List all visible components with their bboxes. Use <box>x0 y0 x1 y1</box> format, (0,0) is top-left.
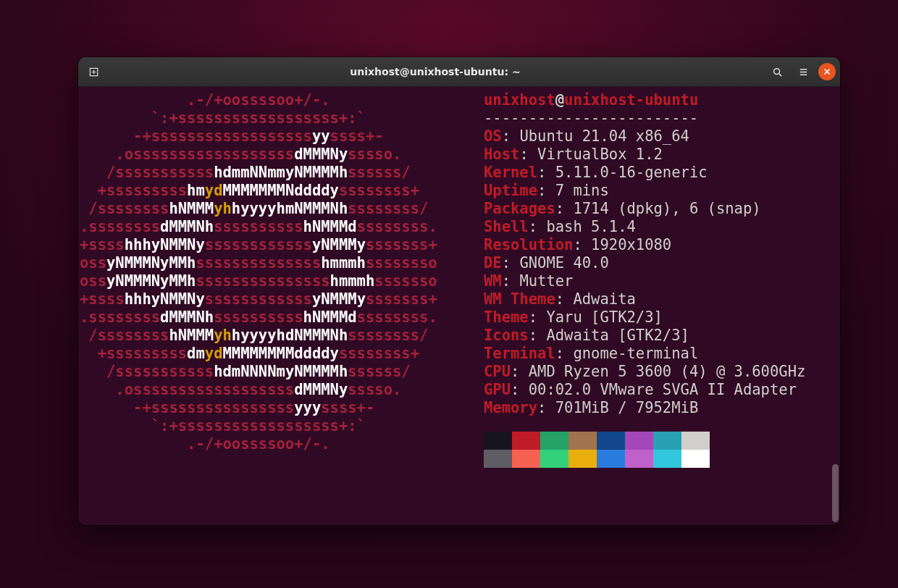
info-value: AMD Ryzen 5 3600 (4) @ 3.600GHz <box>529 363 806 380</box>
info-key: Terminal <box>484 345 555 362</box>
info-user: unixhost <box>484 91 555 109</box>
svg-line-4 <box>779 73 781 76</box>
terminal-body[interactable]: .-/+oossssoo+/-. `:+ssssssssssssssssss+:… <box>78 87 840 525</box>
info-key: Kernel <box>484 164 537 181</box>
search-icon <box>772 67 783 77</box>
palette-swatch <box>625 432 653 450</box>
info-value: 00:02.0 VMware SVGA II Adapter <box>529 381 797 398</box>
info-key: WM Theme <box>484 290 555 308</box>
palette-swatch <box>653 432 681 450</box>
info-at: @ <box>555 91 564 109</box>
info-value: Adwaita <box>573 290 635 308</box>
info-key: DE <box>484 254 502 272</box>
palette-swatch <box>540 432 568 450</box>
svg-point-3 <box>773 68 779 74</box>
palette-swatch <box>484 432 512 450</box>
info-key: Uptime <box>484 182 537 199</box>
hamburger-icon <box>798 67 809 77</box>
info-key: Host <box>484 146 519 163</box>
neofetch-ascii-logo: .-/+oossssoo+/-. `:+ssssssssssssssssss+:… <box>80 91 464 521</box>
palette-swatch <box>484 450 512 468</box>
info-key: Theme <box>484 308 529 326</box>
palette-swatch <box>681 450 710 468</box>
menu-button[interactable] <box>792 61 814 83</box>
palette-swatch <box>512 450 540 468</box>
search-button[interactable] <box>766 61 788 83</box>
palette-row-dark <box>484 432 710 450</box>
info-divider: ------------------------ <box>484 109 698 127</box>
info-value: bash 5.1.4 <box>546 218 635 235</box>
info-value: 701MiB / 7952MiB <box>555 399 698 416</box>
info-key: Resolution <box>484 236 573 253</box>
info-value: Ubuntu 21.04 x86_64 <box>519 127 689 145</box>
palette-swatch <box>653 450 681 468</box>
info-value: 1920x1080 <box>591 236 671 253</box>
terminal-scrollbar-thumb[interactable] <box>832 464 839 522</box>
info-key: OS <box>484 127 502 145</box>
info-host: unixhost-ubuntu <box>564 91 698 109</box>
window-titlebar: unixhost@unixhost-ubuntu: ~ <box>78 57 840 87</box>
palette-swatch <box>625 450 653 468</box>
palette-swatch <box>540 450 568 468</box>
color-palette <box>484 432 710 468</box>
info-value: 1714 (dpkg), 6 (snap) <box>573 200 760 217</box>
palette-swatch <box>512 432 540 450</box>
info-key: Packages <box>484 200 555 217</box>
window-title: unixhost@unixhost-ubuntu: ~ <box>109 66 762 77</box>
close-icon <box>823 67 831 76</box>
palette-swatch <box>568 432 597 450</box>
palette-row-bright <box>484 450 710 468</box>
info-key: Shell <box>484 218 529 235</box>
close-button[interactable] <box>818 63 836 80</box>
palette-swatch <box>568 450 597 468</box>
info-value: 7 mins <box>555 182 609 199</box>
palette-swatch <box>681 432 710 450</box>
palette-swatch <box>597 450 625 468</box>
new-tab-icon <box>88 67 99 77</box>
palette-swatch <box>597 432 625 450</box>
info-key: WM <box>484 272 502 290</box>
info-value: 5.11.0-16-generic <box>555 164 708 181</box>
info-value: gnome-terminal <box>573 345 698 362</box>
shell-prompt[interactable]: unixhost@unixhost-ubuntu:~$ <box>80 507 401 525</box>
info-value: GNOME 40.0 <box>519 254 608 272</box>
terminal-window: unixhost@unixhost-ubuntu: ~ <box>78 57 840 525</box>
info-value: VirtualBox 1.2 <box>537 146 663 163</box>
neofetch-info: unixhost@unixhost-ubuntu ---------------… <box>484 91 805 417</box>
info-key: CPU <box>484 363 511 380</box>
info-value: Yaru [GTK2/3] <box>546 308 662 326</box>
info-key: Icons <box>484 327 529 344</box>
new-tab-button[interactable] <box>83 61 104 83</box>
info-value: Mutter <box>519 272 573 290</box>
info-key: GPU <box>484 381 511 398</box>
info-value: Adwaita [GTK2/3] <box>546 327 689 344</box>
info-key: Memory <box>484 399 537 416</box>
desktop-background: unixhost@unixhost-ubuntu: ~ <box>0 0 898 588</box>
